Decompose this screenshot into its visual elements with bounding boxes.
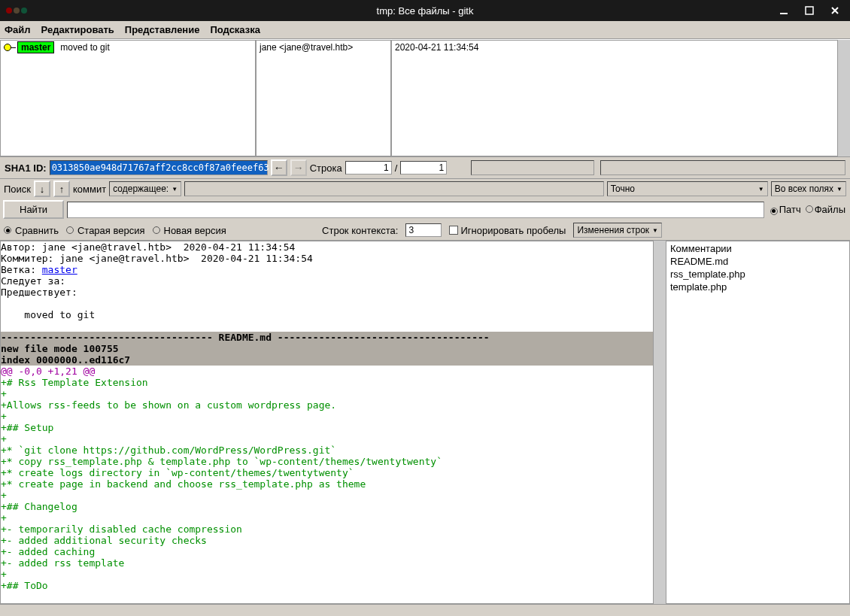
diff-index: index 0000000..ed116c7 (1, 354, 653, 366)
sha-label: SHA1 ID: (5, 162, 47, 174)
diff-author-line: Автор: jane <jane@travel.htb> 2020-04-21… (1, 241, 295, 253)
diff-line: + (1, 512, 7, 523)
diff-line: + (1, 569, 7, 580)
menu-edit[interactable]: Редактировать (41, 24, 114, 35)
chevron-down-icon: ▼ (172, 186, 178, 193)
search-text-input[interactable] (184, 181, 604, 196)
find-input[interactable] (67, 202, 764, 218)
search-down-button[interactable]: ↓ (34, 181, 50, 197)
diff-line: +- added additional security checks (1, 535, 207, 546)
context-lines-input[interactable] (405, 223, 442, 237)
commit-subject: moved to git (60, 42, 109, 53)
diff-line: +## Setup (1, 422, 53, 433)
diff-line: +* create logs directory in `wp-content/… (1, 467, 354, 478)
diff-line: +* `git clone https://github.com/WordPre… (1, 445, 336, 456)
diff-line: +Allows rss-feeds to be shown on a custo… (1, 399, 336, 411)
search-label: Поиск (4, 184, 31, 195)
diff-line: +* copy rss_template.php & template.php … (1, 456, 442, 467)
titlebar: tmp: Все файлы - gitk (0, 0, 850, 21)
search-up-button[interactable]: ↑ (53, 181, 70, 197)
sha-extra-field-2[interactable] (600, 160, 845, 175)
chevron-down-icon: ▼ (758, 186, 764, 193)
diff-committer-line: Коммитер: jane <jane@travel.htb> 2020-04… (1, 253, 313, 264)
diff-hunk: @@ -0,0 +1,21 @@ (1, 366, 95, 377)
chevron-down-icon: ▼ (652, 227, 658, 234)
nav-forward-button[interactable]: → (290, 159, 307, 176)
search-exact-combo[interactable]: Точно ▼ (607, 181, 768, 196)
diff-line: +* create page in backend and choose rss… (1, 478, 366, 490)
diff-line: + (1, 411, 7, 422)
branch-link[interactable]: master (42, 264, 77, 275)
search-fields-combo[interactable]: Во всех полях ▼ (771, 181, 846, 196)
search-commit-label: коммит (73, 184, 106, 195)
diff-line: +- added rss template (1, 557, 124, 569)
diff-follows: Следует за: (1, 275, 65, 287)
diff-commit-msg: moved to git (1, 309, 95, 320)
svg-rect-0 (806, 7, 813, 14)
old-version-radio[interactable]: Старая версия (66, 225, 145, 236)
traffic-light-close[interactable] (6, 8, 12, 14)
diff-precedes: Предшествует: (1, 287, 77, 298)
file-item-comments[interactable]: Комментарии (667, 242, 848, 255)
line-label: Строка (310, 162, 342, 174)
file-list-pane[interactable]: Комментарии README.md rss_template.php t… (666, 241, 850, 604)
traffic-light-max[interactable] (21, 8, 27, 14)
traffic-light-min[interactable] (14, 8, 20, 14)
chevron-down-icon: ▼ (836, 186, 842, 193)
patch-radio[interactable]: Патч (770, 204, 801, 215)
find-button[interactable]: Найти (3, 200, 64, 219)
close-button[interactable] (827, 3, 842, 18)
context-lines-label: Строк контекста: (322, 225, 398, 236)
diff-file-separator: ------------------------------------ REA… (1, 332, 653, 343)
nav-back-button[interactable]: ← (271, 159, 287, 176)
window-title: tmp: Все файлы - gitk (377, 5, 474, 17)
ignore-ws-checkbox[interactable]: Игнорировать пробелы (449, 225, 566, 236)
diff-pane[interactable]: Автор: jane <jane@travel.htb> 2020-04-21… (0, 241, 654, 604)
line-total-input[interactable] (400, 161, 447, 174)
file-item-readme[interactable]: README.md (667, 255, 848, 268)
menu-help[interactable]: Подсказка (210, 24, 260, 35)
diff-line: + (1, 490, 7, 501)
commit-row[interactable]: master moved to git (1, 41, 255, 54)
diff-line: + (1, 388, 7, 399)
menu-view[interactable]: Представление (125, 24, 200, 35)
line-diff-combo[interactable]: Изменения строк ▼ (573, 223, 662, 238)
commit-graph-node: master (4, 41, 54, 53)
menubar: Файл Редактировать Представление Подсказ… (0, 21, 850, 39)
minimize-button[interactable] (776, 3, 791, 18)
diff-line: +- added caching (1, 546, 95, 557)
commit-date: 2020-04-21 11:34:54 (392, 41, 837, 54)
commit-list-pane[interactable]: master moved to git (0, 40, 256, 156)
diff-line: + (1, 433, 7, 445)
author-pane[interactable]: jane <jane@travel.htb> (256, 40, 391, 156)
line-current-input[interactable] (345, 161, 392, 174)
diff-mode: new file mode 100755 (1, 343, 653, 354)
vertical-scrollbar[interactable] (838, 40, 850, 156)
new-version-radio[interactable]: Новая версия (153, 225, 226, 236)
commit-author: jane <jane@travel.htb> (257, 41, 390, 54)
diff-line: +## Changelog (1, 501, 77, 512)
maximize-button[interactable] (802, 3, 817, 18)
commit-dot-icon (4, 44, 11, 51)
search-contains-combo[interactable]: содержащее: ▼ (109, 181, 181, 196)
compare-radio[interactable]: Сравнить (4, 225, 59, 236)
statusbar (0, 604, 850, 616)
diff-line: +- temporarily disabled cache compressio… (1, 523, 242, 535)
sha-extra-field[interactable] (471, 160, 594, 175)
file-item-rss-template[interactable]: rss_template.php (667, 268, 848, 281)
sha-field[interactable]: 0313850ae948d71767aff2cc8cc0f87a0feeef63 (50, 160, 268, 175)
date-pane[interactable]: 2020-04-21 11:34:54 (391, 40, 838, 156)
file-item-template[interactable]: template.php (667, 281, 848, 293)
diff-scrollbar[interactable] (654, 241, 666, 604)
diff-line: +# Rss Template Extension (1, 377, 148, 388)
files-radio[interactable]: Файлы (806, 204, 845, 215)
branch-label[interactable]: master (17, 41, 54, 53)
menu-file[interactable]: Файл (5, 24, 31, 35)
diff-line: +## ToDo (1, 580, 48, 591)
